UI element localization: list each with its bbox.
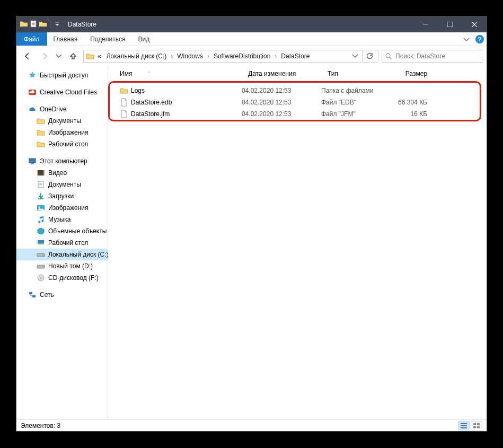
sidebar-label: CD-дисковод (F:) [48, 274, 99, 282]
navigation-pane[interactable]: Быстрый доступ Creative Cloud Files OneD… [16, 66, 108, 419]
chevron-right-icon[interactable]: › [206, 52, 210, 60]
address-bar[interactable]: « Локальный диск (C:)› Windows› Software… [83, 50, 378, 63]
address-dropdown-button[interactable] [349, 54, 361, 59]
svg-rect-32 [461, 427, 467, 428]
svg-rect-30 [461, 423, 467, 424]
pc-icon [28, 157, 37, 165]
sidebar-item-quick-access[interactable]: Быстрый доступ [16, 69, 108, 81]
sidebar-item[interactable]: Локальный диск (C:) [16, 249, 108, 260]
ribbon-file-tab[interactable]: Файл [16, 32, 47, 46]
folder-icon [120, 86, 128, 95]
sidebar-item-this-pc[interactable]: Этот компьютер [16, 155, 108, 167]
svg-rect-3 [32, 24, 35, 25]
music-icon [37, 215, 45, 224]
column-name[interactable]: Имя˄ [108, 70, 242, 77]
details-view-button[interactable] [458, 421, 470, 431]
sidebar-item[interactable]: Изображения [16, 202, 108, 214]
sidebar-item-creative-cloud[interactable]: Creative Cloud Files [16, 86, 108, 98]
svg-point-7 [386, 54, 390, 58]
up-button[interactable] [66, 49, 80, 63]
sidebar-item[interactable]: Изображения [16, 127, 108, 138]
properties-icon[interactable] [29, 20, 38, 28]
file-type: Файл "EDB" [321, 99, 384, 106]
file-list[interactable]: Logs 04.02.2020 12:53 Папка с файлами Da… [108, 81, 481, 121]
sidebar-label: Рабочий стол [48, 239, 88, 247]
svg-rect-33 [473, 423, 476, 425]
titlebar[interactable]: DataStore [16, 16, 487, 32]
back-button[interactable] [21, 49, 34, 63]
chevron-right-icon[interactable]: › [273, 52, 278, 60]
search-box[interactable] [382, 50, 482, 63]
search-input[interactable] [395, 52, 479, 60]
table-row[interactable]: Logs 04.02.2020 12:53 Папка с файлами [110, 85, 480, 96]
recent-locations-button[interactable] [55, 49, 63, 63]
sidebar-item[interactable]: Видео [16, 167, 108, 179]
network-icon [28, 291, 37, 299]
sidebar-item[interactable]: Документы [16, 179, 108, 190]
column-type[interactable]: Тип [321, 70, 384, 77]
sidebar-label: Локальный диск (C:) [48, 251, 108, 258]
sidebar-label: Creative Cloud Files [40, 89, 97, 96]
svg-rect-16 [39, 185, 42, 185]
sidebar-item[interactable]: Рабочий стол [16, 138, 108, 150]
sidebar-label: Документы [48, 117, 81, 125]
sidebar-label: Новый том (D:) [48, 262, 93, 270]
svg-rect-21 [38, 243, 44, 244]
svg-rect-34 [477, 423, 480, 425]
search-icon [385, 53, 392, 60]
file-size: 16 КБ [384, 110, 435, 118]
new-folder-icon[interactable] [39, 20, 47, 28]
minimize-button[interactable] [413, 16, 438, 32]
ribbon-tab-view[interactable]: Вид [131, 32, 156, 46]
sidebar-item[interactable]: CD-дисковод (F:) [16, 272, 108, 284]
svg-rect-15 [39, 183, 42, 183]
sidebar-label: Документы [48, 181, 81, 188]
column-date[interactable]: Дата изменения [242, 70, 321, 77]
file-list-pane: Имя˄ Дата изменения Тип Размер Logs 04.0… [108, 66, 487, 419]
table-row[interactable]: DataStore.jfm 04.02.2020 12:53 Файл "JFM… [110, 108, 480, 120]
sidebar-label: Сеть [40, 291, 54, 298]
obj-icon [37, 227, 45, 235]
video-icon [37, 169, 45, 177]
svg-rect-31 [461, 425, 467, 426]
file-name: DataStore.edb [131, 99, 172, 106]
qat-dropdown-icon[interactable] [53, 20, 61, 28]
sidebar-label: Видео [48, 169, 67, 177]
folder-icon [86, 52, 94, 60]
sidebar-label: Быстрый доступ [40, 72, 88, 79]
sidebar-item[interactable]: Документы [16, 115, 108, 127]
column-headers[interactable]: Имя˄ Дата изменения Тип Размер [108, 66, 487, 81]
item-count-label: Элементов: 3 [21, 422, 60, 429]
file-size: 66 304 КБ [384, 99, 435, 106]
sidebar-item[interactable]: Загрузки [16, 190, 108, 202]
sidebar-item[interactable]: Новый том (D:) [16, 260, 108, 272]
chevron-right-icon[interactable]: › [170, 52, 174, 60]
sort-indicator-icon: ˄ [148, 71, 151, 76]
help-button[interactable]: ? [473, 32, 487, 46]
svg-rect-35 [473, 426, 476, 428]
sidebar-item[interactable]: Рабочий стол [16, 237, 108, 249]
close-button[interactable] [462, 16, 487, 32]
column-size[interactable]: Размер [384, 70, 435, 77]
sidebar-item[interactable]: Объемные объекты [16, 225, 108, 237]
sidebar-item[interactable]: Музыка [16, 214, 108, 225]
breadcrumb-item[interactable]: DataStore [279, 52, 312, 60]
down-icon [37, 192, 45, 200]
breadcrumb-item[interactable]: Локальный диск (C:) [104, 52, 169, 60]
sidebar-item-network[interactable]: Сеть [16, 289, 108, 301]
maximize-button[interactable] [438, 16, 462, 32]
ribbon-tab-home[interactable]: Главная [47, 32, 84, 46]
sidebar-label: Рабочий стол [48, 140, 88, 148]
ribbon-tab-share[interactable]: Поделиться [84, 32, 131, 46]
ribbon-collapse-button[interactable] [460, 32, 473, 46]
file-date: 04.02.2020 12:53 [242, 110, 321, 118]
svg-rect-2 [32, 23, 35, 24]
breadcrumb-item[interactable]: Windows [175, 52, 205, 60]
file-icon [120, 98, 128, 107]
sidebar-item-onedrive[interactable]: OneDrive [16, 103, 108, 115]
refresh-button[interactable] [362, 50, 376, 62]
table-row[interactable]: DataStore.edb 04.02.2020 12:53 Файл "EDB… [110, 96, 480, 108]
forward-button[interactable] [38, 49, 51, 63]
thumbnails-view-button[interactable] [471, 421, 482, 431]
breadcrumb-item[interactable]: SoftwareDistribution [211, 52, 272, 60]
